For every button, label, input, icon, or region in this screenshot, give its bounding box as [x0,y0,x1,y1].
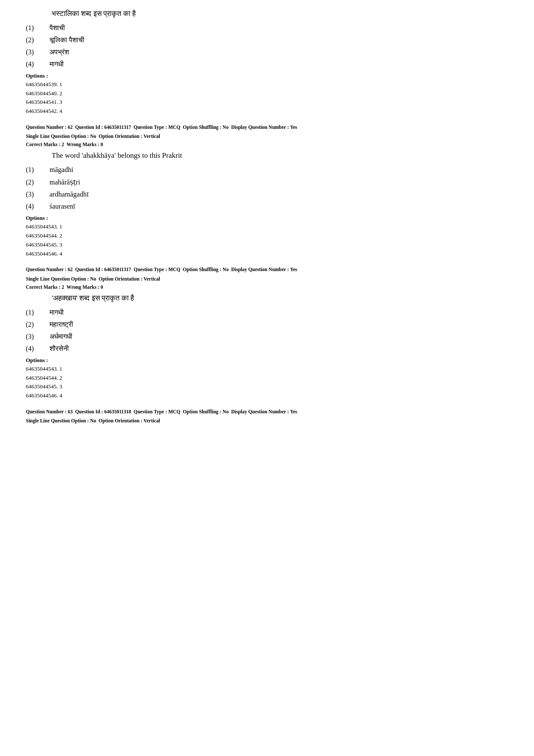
question-meta-line2: Single Line Question Option : No Option … [26,133,508,140]
option-2-row: (2) mahārāṣṭri [26,178,508,186]
option-text-3: अपभ्रंश [50,48,69,56]
option-code-2: 64635044544. 2 [26,374,508,383]
option-number-2: (2) [26,178,50,186]
option-text-2: चूलिका पैशाची [50,36,84,44]
option-code-3: 64635044545. 3 [26,241,508,250]
question-meta-line1: Question Number : 62 Question Id : 64635… [26,124,508,131]
option-number-1: (1) [26,166,50,174]
option-text-4: शौरसेनी [50,345,69,353]
option-text-2: महाराष्ट्री [50,321,73,328]
question-meta-line1: Question Number : 63 Question Id : 64635… [26,408,508,415]
option-code-4: 64635044546. 4 [26,391,508,400]
option-3-row: (3) ardhamāgadhī [26,191,508,198]
option-2-row: (2) महाराष्ट्री [26,321,508,328]
option-code-1: 64635044539. 1 [26,80,508,89]
option-4-row: (4) शौरसेनी [26,345,508,353]
option-number-4: (4) [26,60,50,68]
option-code-2: 64635044544. 2 [26,231,508,241]
option-number-1: (1) [26,309,50,316]
question-text-hindi: 'अहक्खाय' शब्द इस प्राकृत का है [52,293,508,303]
option-number-4: (4) [26,203,50,210]
option-text-2: mahārāṣṭri [50,178,80,186]
option-1-row: (1) मागधी [26,309,508,316]
question-meta-line2: Single Line Question Option : No Option … [26,417,508,425]
options-label: Options : [26,72,508,79]
question-block-63-meta: Question Number : 63 Question Id : 64635… [26,408,508,425]
correct-wrong-marks: Correct Marks : 2 Wrong Marks : 0 [26,142,508,147]
option-number-3: (3) [26,48,50,56]
option-code-4: 64635044546. 4 [26,250,508,259]
option-number-3: (3) [26,333,50,341]
question-text: भस्टालिका शब्द इस प्राकृत का है [52,9,508,19]
option-number-2: (2) [26,321,50,328]
question-block-62-english: Question Number : 62 Question Id : 64635… [26,124,508,258]
option-3-row: (3) अपभ्रंश [26,48,508,56]
option-code-4: 64635044542. 4 [26,107,508,116]
option-code-3: 64635044545. 3 [26,382,508,391]
option-code-1: 64635044543. 1 [26,365,508,374]
option-text-1: māgadhi [50,166,73,174]
option-number-4: (4) [26,345,50,353]
option-number-3: (3) [26,191,50,198]
option-code-1: 64635044543. 1 [26,222,508,231]
question-meta-line2: Single Line Question Option : No Option … [26,275,508,283]
option-3-row: (3) अर्धमागधी [26,333,508,341]
option-code-3: 64635044541. 3 [26,98,508,107]
option-text-3: अर्धमागधी [50,333,72,341]
options-label: Options : [26,215,508,222]
option-text-3: ardhamāgadhī [50,191,89,198]
option-number-2: (2) [26,36,50,44]
options-label: Options : [26,357,508,364]
option-text-4: śaurasenī [50,203,75,210]
option-1-row: (1) māgadhi [26,166,508,174]
option-text-1: पैशाची [50,24,65,32]
option-text-1: मागधी [50,309,64,316]
question-meta-line1: Question Number : 62 Question Id : 64635… [26,266,508,273]
question-block-62-hindi: Question Number : 62 Question Id : 64635… [26,266,508,400]
option-4-row: (4) मागधी [26,60,508,68]
question-text-english: The word 'ahakkhāya' belongs to this Pra… [52,150,508,161]
option-number-1: (1) [26,24,50,32]
option-4-row: (4) śaurasenī [26,203,508,210]
option-code-2: 64635044540. 2 [26,89,508,98]
option-2-row: (2) चूलिका पैशाची [26,36,508,44]
option-text-4: मागधी [50,60,64,68]
question-block-hindi-bhastaalika: भस्टालिका शब्द इस प्राकृत का है (1) पैशा… [26,9,508,116]
correct-wrong-marks: Correct Marks : 2 Wrong Marks : 0 [26,284,508,290]
option-1-row: (1) पैशाची [26,24,508,32]
